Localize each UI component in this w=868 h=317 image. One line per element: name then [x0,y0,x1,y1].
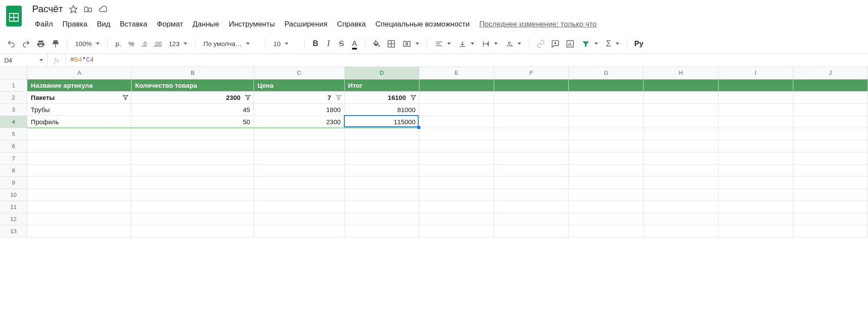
cell[interactable] [644,91,718,103]
cell[interactable] [494,140,568,152]
cell[interactable] [419,213,494,225]
cell[interactable] [132,140,254,152]
cell[interactable] [569,152,644,164]
menu-file[interactable]: Файл [30,17,57,31]
cell[interactable] [569,188,644,201]
cell[interactable] [793,225,868,237]
insert-chart-button[interactable] [563,37,577,50]
cell[interactable]: Пакеты [27,91,132,103]
cell[interactable]: 7 [254,91,344,103]
bold-button[interactable]: B [309,37,321,50]
row-header[interactable]: 11 [0,201,27,213]
text-wrap-select[interactable] [479,37,501,50]
cell[interactable] [254,188,344,201]
row-header[interactable]: 13 [0,225,27,237]
cell[interactable] [419,79,494,91]
cell[interactable] [254,201,344,213]
cell[interactable] [569,116,644,128]
col-header-g[interactable]: G [569,67,644,79]
row-header[interactable]: 9 [0,176,27,188]
cell[interactable] [419,188,494,201]
row-header[interactable]: 12 [0,213,27,225]
cell[interactable] [419,116,494,128]
menu-help[interactable]: Справка [333,17,370,31]
cell[interactable] [644,128,718,140]
cell[interactable] [27,176,132,188]
cell[interactable] [27,213,132,225]
borders-button[interactable] [384,37,398,50]
col-header-c[interactable]: C [254,67,344,79]
cell[interactable] [419,152,494,164]
cell[interactable]: 81000 [344,103,419,116]
spreadsheet-grid[interactable]: A B C D E F G H I J 1 Название артикула … [0,67,868,238]
menu-data[interactable]: Данные [188,17,224,31]
undo-button[interactable] [4,37,18,50]
cell[interactable] [644,188,718,201]
filter-icon[interactable] [410,94,416,100]
col-header-i[interactable]: I [718,67,793,79]
cell[interactable] [644,164,718,176]
cell[interactable]: Цена [254,79,344,91]
row-header[interactable]: 7 [0,152,27,164]
cell[interactable] [569,176,644,188]
cell[interactable] [718,225,793,237]
cell[interactable] [644,176,718,188]
cell[interactable] [793,188,868,201]
col-header-j[interactable]: J [793,67,868,79]
cell[interactable]: 1800 [254,103,344,116]
cell[interactable] [718,103,793,116]
cell[interactable] [718,201,793,213]
cell[interactable] [793,91,868,103]
menu-insert[interactable]: Вставка [116,17,152,31]
cell[interactable] [569,164,644,176]
cell[interactable] [569,140,644,152]
cell[interactable] [718,79,793,91]
cell[interactable] [569,201,644,213]
cell[interactable] [718,91,793,103]
cell[interactable] [494,164,568,176]
paint-format-button[interactable] [49,37,63,50]
cell[interactable] [494,128,568,140]
cell[interactable] [132,188,254,201]
row-header[interactable]: 10 [0,188,27,201]
cell[interactable] [419,164,494,176]
cell[interactable] [718,188,793,201]
cell[interactable] [569,225,644,237]
cell[interactable]: Профиль [27,116,132,128]
increase-decimal-button[interactable]: .00 [151,37,164,50]
cell[interactable] [644,116,718,128]
cell[interactable] [644,140,718,152]
cell[interactable]: Итог [344,79,419,91]
cell[interactable] [344,188,419,201]
cell[interactable] [494,91,568,103]
cell[interactable] [254,164,344,176]
print-button[interactable] [34,37,48,50]
cell[interactable] [793,79,868,91]
cell[interactable] [494,79,568,91]
cell[interactable] [718,116,793,128]
cell[interactable]: 16100 [344,91,419,103]
cell[interactable] [419,225,494,237]
cell[interactable] [569,103,644,116]
row-header[interactable]: 5 [0,128,27,140]
menu-edit[interactable]: Правка [58,17,92,31]
cell[interactable] [494,103,568,116]
formula-input[interactable]: =B4*C4 [66,54,868,66]
cell[interactable] [419,201,494,213]
cell[interactable] [644,225,718,237]
fill-color-button[interactable] [370,37,383,50]
cell[interactable] [494,176,568,188]
cell[interactable] [419,91,494,103]
col-header-f[interactable]: F [494,67,568,79]
menu-view[interactable]: Вид [92,17,115,31]
cell[interactable] [793,128,868,140]
cell[interactable] [718,176,793,188]
cell[interactable] [419,103,494,116]
cell[interactable] [132,164,254,176]
cell[interactable] [254,213,344,225]
cell[interactable] [718,140,793,152]
functions-button[interactable]: Σ [602,37,622,50]
horizontal-align-select[interactable] [432,37,454,50]
cell[interactable]: 45 [132,103,254,116]
star-icon[interactable] [69,5,78,13]
